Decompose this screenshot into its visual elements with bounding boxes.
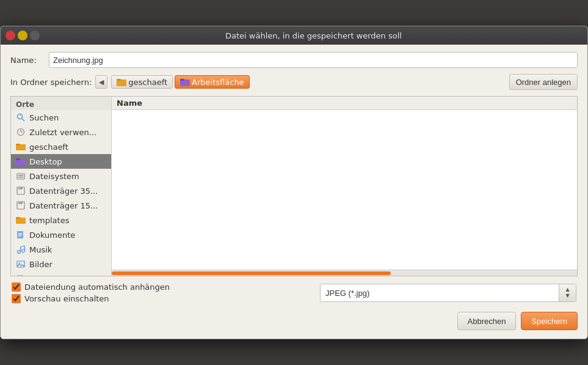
svg-rect-1 xyxy=(117,79,121,81)
breadcrumb: geschaeft Arbeitsfläche xyxy=(111,75,249,89)
maximize-button[interactable] xyxy=(30,31,40,40)
pictures-icon xyxy=(16,259,26,269)
format-select[interactable]: JPEG (*.jpg) PNG (*.png) BMP (*.bmp) TIF… xyxy=(320,284,576,302)
crumb-geschaeft[interactable]: geschaeft xyxy=(111,75,173,89)
desktop-folder-icon xyxy=(16,157,26,166)
svg-rect-18 xyxy=(21,188,23,189)
svg-rect-10 xyxy=(16,144,20,146)
svg-rect-21 xyxy=(21,202,23,204)
dialog-title: Datei wählen, in die gespeichert werden … xyxy=(45,31,583,40)
crumb-desktop[interactable]: Arbeitsfläche xyxy=(175,75,250,89)
sidebar-item-label: Bilder xyxy=(29,260,53,269)
close-button[interactable] xyxy=(5,31,15,40)
auto-extension-row: Dateiendung automatisch anhängen xyxy=(12,282,170,292)
svg-rect-13 xyxy=(17,174,24,179)
sidebar-item-templates[interactable]: templates xyxy=(11,213,111,227)
file-panel: Name xyxy=(112,97,577,276)
svg-line-5 xyxy=(22,119,24,121)
svg-point-28 xyxy=(18,251,21,254)
folder-icon xyxy=(117,77,126,87)
name-label: Name: xyxy=(10,56,44,65)
sidebar-item-videos[interactable]: Videos xyxy=(11,271,111,276)
dialog-content: Name: In Ordner speichern: ◀ geschaeft xyxy=(1,45,587,339)
svg-point-4 xyxy=(18,114,23,119)
sidebar-item-recent[interactable]: Zuletzt verwen... xyxy=(11,125,111,139)
sidebar-item-label: Suchen xyxy=(29,113,59,122)
folder-orange-icon xyxy=(16,142,26,152)
cancel-button[interactable]: Abbrechen xyxy=(457,312,517,330)
sidebar-item-documents[interactable]: Dokumente xyxy=(11,227,111,242)
options-row: Dateiendung automatisch anhängen Vorscha… xyxy=(10,282,578,303)
main-area: Orte Suchen Zuletzt verwen... xyxy=(10,96,578,276)
svg-rect-3 xyxy=(180,79,184,81)
format-select-wrapper: JPEG (*.jpg) PNG (*.png) BMP (*.bmp) TIF… xyxy=(320,284,576,302)
sidebar-item-label: Datenträger 35... xyxy=(29,186,98,196)
sidebar-item-label: Zuletzt verwen... xyxy=(29,128,96,137)
sidebar-item-pictures[interactable]: Bilder xyxy=(11,257,111,271)
svg-rect-33 xyxy=(17,261,24,267)
sidebar-item-label: Datenträger 15... xyxy=(29,201,98,210)
checkboxes: Dateiendung automatisch anhängen Vorscha… xyxy=(12,282,170,303)
filesystem-icon xyxy=(16,171,26,181)
floppy35-icon xyxy=(16,186,26,196)
sidebar: Orte Suchen Zuletzt verwen... xyxy=(11,97,112,276)
auto-extension-label: Dateiendung automatisch anhängen xyxy=(24,282,170,292)
scrollbar-thumb xyxy=(112,271,391,275)
location-label: In Ordner speichern: xyxy=(10,78,92,87)
auto-extension-checkbox[interactable] xyxy=(12,282,21,292)
templates-folder-icon xyxy=(16,215,26,225)
preview-row: Vorschau einschalten xyxy=(12,294,170,303)
back-button[interactable]: ◀ xyxy=(95,75,107,89)
minimize-button[interactable] xyxy=(18,31,27,40)
horizontal-scrollbar[interactable] xyxy=(112,270,577,276)
sidebar-item-label: Desktop xyxy=(29,157,62,166)
action-row: Abbrechen Speichern xyxy=(10,309,578,331)
svg-rect-23 xyxy=(16,217,20,219)
sidebar-item-floppy15[interactable]: Datenträger 15... xyxy=(11,198,111,213)
sidebar-item-floppy35[interactable]: Datenträger 35... xyxy=(11,183,111,198)
create-folder-button[interactable]: Ordner anlegen xyxy=(509,74,578,90)
sidebar-item-search[interactable]: Suchen xyxy=(11,110,111,125)
preview-label: Vorschau einschalten xyxy=(24,294,109,303)
sidebar-item-label: Videos xyxy=(29,275,56,276)
sidebar-item-label: geschaeft xyxy=(29,142,68,152)
videos-icon xyxy=(16,274,26,276)
music-icon xyxy=(16,245,26,254)
sidebar-item-geschaeft[interactable]: geschaeft xyxy=(11,139,111,154)
desktop-folder-icon xyxy=(180,77,190,87)
sidebar-item-label: Dateisystem xyxy=(29,172,79,181)
floppy15-icon xyxy=(16,201,26,210)
search-icon xyxy=(16,112,26,122)
location-row: In Ordner speichern: ◀ geschaeft xyxy=(10,74,578,90)
file-column-header: Name xyxy=(112,97,577,110)
sidebar-item-label: Musik xyxy=(29,245,52,254)
file-list[interactable] xyxy=(112,110,577,270)
name-row: Name: xyxy=(10,52,578,68)
documents-icon xyxy=(16,230,26,240)
filename-input[interactable] xyxy=(49,52,578,68)
save-button[interactable]: Speichern xyxy=(521,312,578,330)
titlebar-buttons xyxy=(5,31,40,40)
svg-line-32 xyxy=(21,246,25,247)
sidebar-item-label: Dokumente xyxy=(29,230,75,240)
svg-rect-14 xyxy=(18,175,23,176)
titlebar: Datei wählen, in die gespeichert werden … xyxy=(1,26,587,45)
recent-icon xyxy=(16,127,26,137)
svg-point-29 xyxy=(22,249,25,253)
sidebar-header: Orte xyxy=(11,97,111,110)
sidebar-item-desktop[interactable]: Desktop xyxy=(11,154,111,169)
sidebar-item-label: templates xyxy=(29,216,69,225)
preview-checkbox[interactable] xyxy=(12,294,21,303)
svg-rect-15 xyxy=(18,177,23,178)
sidebar-item-filesystem[interactable]: Dateisystem xyxy=(11,169,111,183)
sidebar-item-music[interactable]: Musik xyxy=(11,242,111,257)
svg-rect-12 xyxy=(16,158,20,160)
save-file-dialog: Datei wählen, in die gespeichert werden … xyxy=(0,26,588,339)
